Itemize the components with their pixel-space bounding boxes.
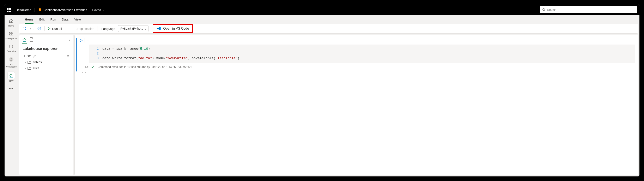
svg-rect-4 xyxy=(10,32,11,34)
search-icon xyxy=(542,8,546,11)
tab-home[interactable]: Home xyxy=(25,15,34,24)
folder-icon xyxy=(28,61,31,64)
tree-label: Tables xyxy=(33,60,42,64)
rail-workspaces[interactable]: Workspaces xyxy=(4,30,18,41)
chevron-right-icon: › xyxy=(25,67,26,69)
svg-point-12 xyxy=(39,28,40,29)
rail-label: My workspace xyxy=(4,63,18,68)
tab-run[interactable]: Run xyxy=(50,15,56,24)
language-label: Language xyxy=(100,27,116,31)
svg-point-8 xyxy=(10,45,13,46)
person-icon xyxy=(8,57,14,62)
files-tab-icon[interactable] xyxy=(30,37,34,43)
search-input[interactable] xyxy=(547,8,634,11)
save-status[interactable]: · Saved ⌄ xyxy=(90,8,105,12)
swap-icon[interactable] xyxy=(66,55,70,58)
workspaces-icon xyxy=(8,31,14,37)
run-all-label: Run all xyxy=(52,27,62,31)
svg-point-10 xyxy=(10,58,12,59)
workspace-name[interactable]: DeltaDemo xyxy=(14,8,35,12)
search-input-container[interactable] xyxy=(540,6,637,13)
play-icon xyxy=(48,27,50,30)
stop-icon xyxy=(72,27,75,30)
rail-lh001[interactable]: LH001 xyxy=(4,71,18,84)
language-value: PySpark (Pytho... xyxy=(120,27,143,30)
tab-data[interactable]: Data xyxy=(62,15,68,24)
code-line[interactable]: 2 xyxy=(93,51,632,56)
tab-view[interactable]: View xyxy=(74,15,81,24)
separator xyxy=(97,26,98,31)
lakehouse-row[interactable]: LH001 xyxy=(19,53,73,59)
rail-more[interactable]: ••• xyxy=(4,85,18,92)
tab-edit[interactable]: Edit xyxy=(39,15,45,24)
top-bar: DeltaDemo Confidential\Microsoft Extende… xyxy=(4,5,640,15)
rail-label: Workspaces xyxy=(5,37,17,40)
svg-point-2 xyxy=(543,9,545,11)
vscode-icon xyxy=(156,26,161,31)
settings-icon[interactable] xyxy=(37,26,42,31)
code-editor[interactable]: 1data = spark.range(5,10)23data.write.fo… xyxy=(89,45,635,63)
svg-rect-7 xyxy=(11,34,13,35)
pin-icon[interactable] xyxy=(33,55,36,58)
output-text: - Command executed in 19 sec 608 ms by u… xyxy=(96,65,192,69)
menu-tabs: Home Edit Run Data View xyxy=(18,15,640,24)
rail-label: OneLake xyxy=(6,50,16,53)
save-icon[interactable] xyxy=(22,26,27,31)
chevron-right-icon: › xyxy=(25,61,26,63)
svg-rect-5 xyxy=(11,32,13,34)
stop-session-button[interactable]: Stop session xyxy=(72,27,94,31)
rail-my-workspace[interactable]: My workspace xyxy=(4,56,18,69)
exec-count: [2] xyxy=(81,65,90,68)
chevron-down-icon: ⌄ xyxy=(64,28,66,30)
code-cell[interactable]: ⌄ 1data = spark.range(5,10)23data.write.… xyxy=(76,38,638,75)
onelake-icon xyxy=(8,44,14,49)
shield-icon xyxy=(38,8,42,12)
svg-line-3 xyxy=(544,10,545,11)
language-select[interactable]: PySpark (Pytho... xyxy=(118,25,148,32)
open-in-vscode-button[interactable]: Open in VS Code xyxy=(152,24,193,33)
sensitivity-text: Confidential\Microsoft Extended xyxy=(44,8,87,12)
collapse-panel-icon[interactable]: « xyxy=(68,38,70,42)
code-line[interactable]: 1data = spark.range(5,10) xyxy=(93,47,632,51)
cell-indicator xyxy=(76,38,77,71)
app-launcher-icon[interactable] xyxy=(7,8,11,12)
lakehouse-tab-icon[interactable] xyxy=(22,38,27,42)
run-all-button[interactable]: Run all ⌄ xyxy=(48,27,66,31)
cell-chevron-down-icon[interactable]: ⌄ xyxy=(87,39,89,42)
more-icon: ••• xyxy=(9,87,14,91)
open-in-vscode-label: Open in VS Code xyxy=(163,27,189,31)
home-icon xyxy=(8,18,14,24)
separator xyxy=(69,26,69,31)
tab-underline xyxy=(22,44,27,44)
line-number: 1 xyxy=(93,47,99,51)
folder-icon xyxy=(28,67,31,70)
rail-label: Home xyxy=(8,25,14,27)
rail-home[interactable]: Home xyxy=(4,17,18,28)
svg-rect-6 xyxy=(10,34,11,35)
left-nav-rail: Home Workspaces OneLake My workspace xyxy=(4,15,18,176)
svg-rect-1 xyxy=(40,10,40,10)
line-number: 3 xyxy=(93,56,99,61)
toolbar: ⌄ Run all ⌄ Stop session Language xyxy=(19,24,638,34)
svg-rect-11 xyxy=(24,27,25,28)
tree-item-files[interactable]: › Files xyxy=(19,65,73,71)
stop-session-label: Stop session xyxy=(76,27,94,31)
notebook-canvas: ⌄ 1data = spark.range(5,10)23data.write.… xyxy=(74,35,638,175)
rail-onelake[interactable]: OneLake xyxy=(4,43,18,54)
download-icon[interactable]: ⌄ xyxy=(30,26,34,31)
code-line[interactable]: 3data.write.format("delta").mode("overwr… xyxy=(93,56,632,61)
cell-output-status: [2] - Command executed in 19 sec 608 ms … xyxy=(79,63,638,69)
separator xyxy=(84,38,85,43)
tree-label: Files xyxy=(33,66,40,70)
rail-label: LH001 xyxy=(8,80,14,82)
cell-more-icon[interactable]: ··· xyxy=(79,69,638,75)
lakehouse-icon xyxy=(8,73,14,78)
check-icon xyxy=(91,65,94,68)
sensitivity-label[interactable]: Confidential\Microsoft Extended xyxy=(38,8,87,12)
chevron-down-icon: ⌄ xyxy=(32,28,34,30)
tree-item-tables[interactable]: › Tables xyxy=(19,59,73,65)
lakehouse-name: LH001 xyxy=(22,54,32,58)
line-number: 2 xyxy=(93,51,99,56)
run-cell-button[interactable] xyxy=(80,39,82,42)
explorer-title: Lakehouse explorer xyxy=(19,45,73,53)
